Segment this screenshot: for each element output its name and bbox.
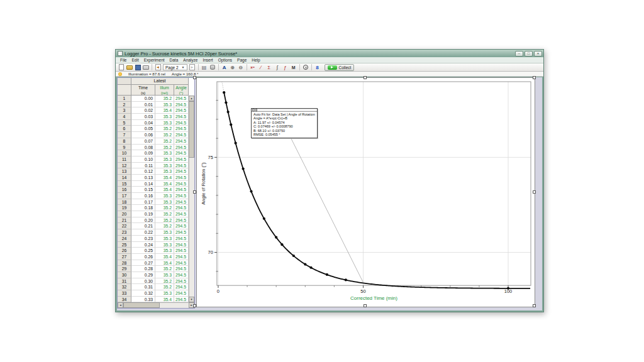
- data-point[interactable]: [309, 266, 312, 269]
- page-selector[interactable]: Page 2 ▼: [163, 64, 187, 70]
- model-icon[interactable]: M: [290, 64, 297, 71]
- table-row[interactable]: 290.2835.2294.5: [118, 266, 189, 272]
- angle-vs-time-chart[interactable]: 0501007075Angle of Rotation (°)Corrected…: [197, 78, 535, 307]
- data-point[interactable]: [280, 243, 283, 246]
- open-folder-icon[interactable]: [126, 64, 133, 71]
- table-row[interactable]: 70.0635.2294.5: [118, 132, 189, 138]
- menu-edit[interactable]: Edit: [129, 57, 141, 63]
- illum-column-header[interactable]: Illum(rel): [155, 85, 174, 96]
- statistics-icon[interactable]: Σ: [265, 64, 273, 71]
- table-row[interactable]: 30.0235.4294.5: [118, 107, 189, 114]
- selection-handle-top-right[interactable]: [533, 76, 536, 79]
- menu-options[interactable]: Options: [216, 57, 235, 63]
- data-browser-icon[interactable]: ▤: [201, 64, 208, 71]
- menu-experiment[interactable]: Experiment: [142, 57, 167, 63]
- collect-button[interactable]: Collect: [325, 64, 355, 71]
- data-point[interactable]: [225, 101, 227, 104]
- data-point[interactable]: [263, 217, 265, 220]
- table-row[interactable]: 250.2435.3294.5: [118, 242, 189, 248]
- data-point[interactable]: [227, 111, 230, 113]
- table-horizontal-scrollbar[interactable]: ◄ ►: [118, 302, 194, 308]
- table-row[interactable]: 200.1935.2294.5: [118, 211, 189, 217]
- table-row[interactable]: 270.2635.4294.5: [118, 254, 189, 260]
- table-row[interactable]: 210.2035.2294.5: [118, 217, 189, 224]
- table-row[interactable]: 230.2235.3294.5: [118, 229, 189, 236]
- data-point[interactable]: [304, 263, 306, 266]
- selection-handle-middle-right[interactable]: [533, 190, 536, 194]
- data-point[interactable]: [345, 278, 347, 281]
- angle-column-header[interactable]: Angle(°): [174, 85, 189, 96]
- data-table-panel[interactable]: Latest Time(s) Illum(rel) Angle(°) 10.00…: [117, 77, 195, 309]
- fit-box-close-icon[interactable]: [252, 109, 255, 111]
- table-row[interactable]: 90.0835.2294.5: [118, 145, 189, 151]
- table-row[interactable]: 180.1735.3294.5: [118, 199, 189, 206]
- table-row[interactable]: 330.3235.3294.5: [118, 290, 189, 297]
- tangent-icon[interactable]: ∕: [257, 64, 265, 71]
- table-row[interactable]: 260.2535.3294.5: [118, 248, 189, 254]
- scroll-up-icon[interactable]: ▲: [189, 96, 194, 101]
- selection-handle-top-center[interactable]: [364, 76, 367, 79]
- table-row[interactable]: 280.2735.4294.5: [118, 260, 189, 266]
- selection-handle-bottom-center[interactable]: [364, 304, 367, 307]
- scroll-left-icon[interactable]: ◄: [118, 302, 123, 308]
- time-column-header[interactable]: Time(s): [131, 85, 155, 96]
- menu-data[interactable]: Data: [167, 57, 181, 63]
- selection-handle-bottom-right[interactable]: [533, 304, 536, 307]
- table-row[interactable]: 300.2935.3294.5: [118, 272, 189, 278]
- table-row[interactable]: 160.1535.4294.5: [118, 187, 189, 193]
- table-row[interactable]: 220.2135.2294.5: [118, 223, 189, 229]
- data-point[interactable]: [223, 91, 225, 94]
- data-point[interactable]: [230, 123, 232, 126]
- table-row[interactable]: 40.0335.3294.5: [118, 114, 189, 120]
- vertical-scroll-thumb[interactable]: [189, 101, 194, 158]
- examine-icon[interactable]: x=: [249, 64, 257, 71]
- print-icon[interactable]: [142, 64, 150, 71]
- next-page-icon[interactable]: ►: [189, 64, 196, 71]
- table-row[interactable]: 310.3035.2294.5: [118, 278, 189, 285]
- menu-help[interactable]: Help: [249, 57, 262, 63]
- curve-fit-info-box[interactable]: Auto Fit for: Data Set | Angle of Rotati…: [251, 108, 318, 138]
- data-point[interactable]: [292, 255, 295, 257]
- zoom-in-icon[interactable]: ⊕: [229, 64, 236, 71]
- table-row[interactable]: 100.0935.3294.5: [118, 150, 189, 156]
- data-point[interactable]: [507, 287, 509, 290]
- menu-page[interactable]: Page: [235, 57, 249, 63]
- data-point[interactable]: [235, 142, 237, 145]
- maximize-button[interactable]: □: [525, 51, 533, 57]
- minimize-button[interactable]: –: [515, 51, 523, 57]
- table-row[interactable]: 10.0035.2294.5: [118, 96, 189, 102]
- store-run-icon[interactable]: [209, 64, 216, 71]
- table-row[interactable]: 340.3335.4294.5: [118, 297, 189, 303]
- data-point[interactable]: [326, 273, 328, 276]
- table-row[interactable]: 120.1135.3294.5: [118, 163, 189, 169]
- table-vertical-scrollbar[interactable]: ▲ ▼: [189, 96, 194, 302]
- table-row[interactable]: 140.1335.4294.5: [118, 175, 189, 181]
- table-row[interactable]: 80.0735.2294.5: [118, 138, 189, 145]
- curve-fit-icon[interactable]: ƒ: [282, 64, 289, 71]
- table-row[interactable]: 150.1435.4294.5: [118, 181, 189, 187]
- table-row[interactable]: 240.2335.3294.5: [118, 236, 189, 242]
- close-button[interactable]: ×: [534, 51, 542, 57]
- table-row[interactable]: 130.1235.3294.5: [118, 168, 189, 175]
- menu-analyze[interactable]: Analyze: [180, 57, 200, 63]
- integral-icon[interactable]: ∫: [274, 64, 281, 71]
- menu-file[interactable]: File: [118, 57, 129, 63]
- horizontal-scroll-thumb[interactable]: [123, 302, 160, 308]
- scroll-down-icon[interactable]: ▼: [189, 297, 194, 302]
- fit-box-pin-icon[interactable]: [255, 109, 258, 111]
- table-row[interactable]: 50.0435.3294.5: [118, 120, 189, 126]
- title-bar[interactable]: Logger Pro - Sucrose kinetics 5M HCl 20p…: [116, 50, 543, 57]
- table-row[interactable]: 60.0535.2294.5: [118, 126, 189, 132]
- menu-insert[interactable]: Insert: [200, 57, 215, 63]
- data-collection-icon[interactable]: [302, 64, 309, 71]
- graph-panel[interactable]: 0501007075Angle of Rotation (°)Corrected…: [196, 77, 535, 307]
- table-row[interactable]: 320.3135.2294.5: [118, 284, 189, 290]
- device-icon[interactable]: 8: [314, 64, 321, 71]
- previous-page-icon[interactable]: ◄: [154, 64, 162, 71]
- autoscale-icon[interactable]: A: [221, 64, 228, 71]
- table-row[interactable]: 20.0135.3294.5: [118, 102, 189, 108]
- table-row[interactable]: 190.1835.2294.5: [118, 205, 189, 211]
- selection-handle-middle-left[interactable]: [193, 190, 196, 194]
- data-point[interactable]: [250, 190, 252, 192]
- zoom-out-icon[interactable]: ⊖: [237, 64, 245, 71]
